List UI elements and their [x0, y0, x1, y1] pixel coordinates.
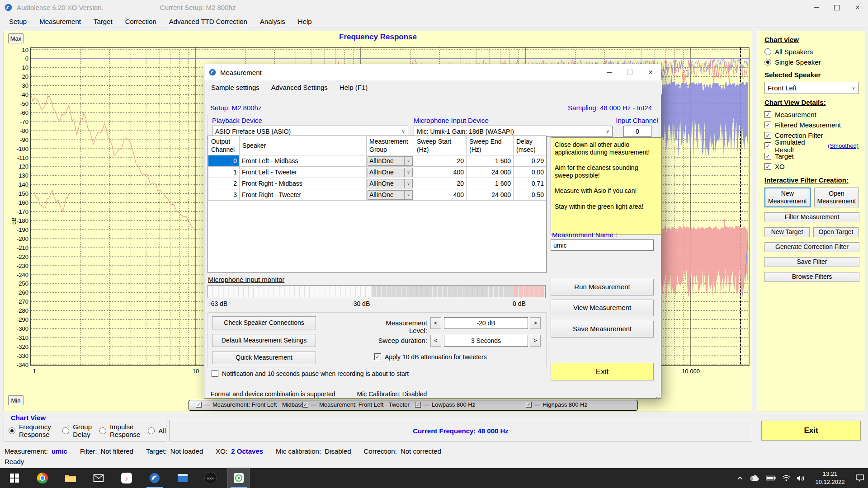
dialog-menu-item-help-f1-[interactable]: Help (F1) — [334, 81, 374, 94]
input-channel-field[interactable] — [623, 126, 651, 137]
cell-sweep-end[interactable]: 1 600 — [467, 178, 514, 189]
table-row[interactable]: 2Front Right - MidbassAllInOne∨201 6000,… — [208, 178, 547, 189]
dialog-menu-item-advanced-settings[interactable]: Advanced Settings — [265, 81, 334, 94]
menu-item-correction[interactable]: Correction — [119, 15, 163, 28]
measurement-group-select[interactable]: AllInOne∨ — [368, 156, 413, 166]
wifi-icon[interactable] — [782, 475, 790, 481]
legend-checkbox[interactable] — [526, 402, 532, 408]
generate-correction-filter-button[interactable]: Generate Correction Filter — [764, 242, 859, 252]
legend-checkbox[interactable] — [415, 402, 421, 408]
cell-speaker[interactable]: Front Left - Midbass — [240, 155, 367, 167]
measurement-level-value[interactable]: -20 dB — [444, 317, 528, 329]
dialog-close-button[interactable]: ✕ — [640, 64, 661, 80]
cell-output-channel[interactable]: 1 — [208, 167, 240, 178]
dialog-minimize-button[interactable] — [599, 64, 619, 80]
save-measurement-button[interactable]: Save Measurement — [551, 321, 654, 338]
radio-icon[interactable] — [9, 427, 15, 434]
cell-output-channel[interactable]: 3 — [208, 189, 240, 201]
view-measurement-button[interactable]: View Measurement — [551, 300, 654, 316]
measurement-group-select[interactable]: AllInOne∨ — [368, 168, 413, 177]
resize-grip[interactable] — [656, 394, 660, 399]
level-decrease-button[interactable]: < — [430, 317, 441, 329]
table-row[interactable]: 0Front Left - MidbassAllInOne∨201 6000,2… — [208, 155, 547, 167]
checkbox-icon[interactable] — [764, 163, 771, 170]
radio-single-speaker[interactable]: Single Speaker — [764, 57, 859, 67]
radio-icon[interactable] — [62, 427, 69, 434]
taskbar-recorder-icon[interactable] — [228, 468, 250, 488]
cell-speaker[interactable]: Front Right - Midbass — [240, 178, 367, 189]
filter-measurement-button[interactable]: Filter Measurement — [764, 212, 859, 222]
sweep-duration-value[interactable]: 3 Seconds — [444, 335, 528, 347]
battery-icon[interactable] — [766, 475, 776, 481]
table-row[interactable]: 3Front Right - TweeterAllInOne∨40024 000… — [208, 189, 547, 201]
radio-all-speakers[interactable]: All Speakers — [764, 47, 859, 57]
measurement-group-select[interactable]: AllInOne∨ — [368, 190, 413, 200]
smoothed-link[interactable]: (Smoothed) — [828, 142, 859, 149]
taskbar-clock[interactable]: 13:21 10.12.2022 — [811, 470, 849, 486]
cell-sweep-start[interactable]: 400 — [414, 167, 467, 178]
minimize-button[interactable] — [806, 0, 826, 15]
view-radio-frequency-response[interactable]: Frequency Response — [9, 426, 57, 436]
detail-row-filtered-measurement[interactable]: Filtered Measurement — [764, 120, 859, 130]
start-button[interactable] — [4, 468, 25, 488]
cell-output-channel[interactable]: 0 — [208, 155, 240, 167]
new-target-button[interactable]: New Target — [764, 227, 810, 237]
detail-row-xo[interactable]: XO — [764, 161, 859, 172]
selected-speaker-select[interactable]: Front Left ∨ — [764, 82, 859, 94]
menu-item-help[interactable]: Help — [292, 15, 318, 28]
maximize-button[interactable] — [826, 0, 847, 15]
checkbox-icon[interactable] — [764, 132, 771, 139]
menu-item-measurement[interactable]: Measurement — [33, 15, 87, 28]
radio-icon[interactable] — [764, 48, 771, 55]
check-speaker-connections-button[interactable]: Check Speaker Connections — [212, 316, 316, 329]
checkbox-icon[interactable] — [764, 142, 771, 149]
measurement-group-select[interactable]: AllInOne∨ — [368, 179, 413, 188]
cell-sweep-end[interactable]: 24 000 — [467, 189, 514, 201]
cell-output-channel[interactable]: 2 — [208, 178, 240, 189]
menu-item-advanced-ttd-correction[interactable]: Advanced TTD Correction — [163, 15, 254, 28]
tray-chevron-up-icon[interactable] — [737, 476, 743, 480]
cell-delay[interactable]: 0,00 — [514, 167, 547, 178]
view-radio-group-delay[interactable]: Group Delay — [62, 426, 94, 436]
cell-delay[interactable]: 0,71 — [514, 178, 547, 189]
action-center-icon[interactable] — [855, 474, 864, 482]
radio-icon[interactable] — [764, 59, 771, 66]
cell-sweep-start[interactable]: 20 — [414, 178, 467, 189]
taskbar-chrome-icon[interactable] — [32, 468, 53, 488]
measurement-name-field[interactable] — [551, 239, 654, 251]
cell-delay[interactable]: 0,50 — [514, 189, 547, 201]
quick-measurement-button[interactable]: Quick Measurement — [212, 352, 316, 364]
checkbox-icon[interactable] — [764, 122, 771, 128]
cell-speaker[interactable]: Front Left - Tweeter — [240, 167, 367, 178]
table-row[interactable]: 1Front Left - TweeterAllInOne∨40024 0000… — [208, 167, 547, 178]
taskbar-app-window-icon[interactable] — [172, 468, 193, 488]
view-radio-all[interactable]: All — [148, 426, 166, 436]
taskbar-roon-icon[interactable]: roon — [200, 468, 222, 488]
view-radio-impulse-response[interactable]: Impulse Response — [99, 426, 142, 436]
y-min-button[interactable]: Min — [8, 395, 24, 405]
level-increase-button[interactable]: > — [530, 317, 541, 329]
volume-icon[interactable] — [797, 475, 805, 482]
browse-filters-button[interactable]: Browse Filters — [764, 272, 859, 282]
dialog-exit-button[interactable]: Exit — [551, 363, 654, 380]
taskbar-audiolense-icon[interactable] — [144, 468, 165, 488]
attenuation-checkbox-row[interactable]: Apply 10 dB attenuation for tweeters — [374, 352, 487, 362]
default-measurement-settings-button[interactable]: Default Measurement Settings — [212, 334, 316, 347]
checkbox-icon[interactable] — [764, 111, 771, 118]
checkbox-icon[interactable] — [374, 353, 381, 360]
dialog-maximize-button[interactable] — [619, 64, 640, 80]
cell-sweep-end[interactable]: 1 600 — [467, 155, 514, 167]
sweep-decrease-button[interactable]: < — [430, 335, 441, 347]
menu-item-setup[interactable]: Setup — [3, 15, 33, 28]
open-measurement-button[interactable]: Open Measurement — [814, 188, 859, 207]
cell-sweep-start[interactable]: 20 — [414, 155, 467, 167]
cell-sweep-end[interactable]: 24 000 — [467, 167, 514, 178]
new-measurement-button[interactable]: New Measurement — [764, 188, 811, 207]
detail-row-simulated-result[interactable]: Simulated Result(Smoothed) — [764, 141, 859, 151]
cell-delay[interactable]: 0,29 — [514, 155, 547, 167]
checkbox-icon[interactable] — [212, 370, 218, 377]
cell-sweep-start[interactable]: 400 — [414, 189, 467, 201]
run-measurement-button[interactable]: Run Measurement — [551, 279, 654, 296]
taskbar-music-icon[interactable]: ♪ — [116, 468, 137, 488]
cell-speaker[interactable]: Front Right - Tweeter — [240, 189, 367, 201]
